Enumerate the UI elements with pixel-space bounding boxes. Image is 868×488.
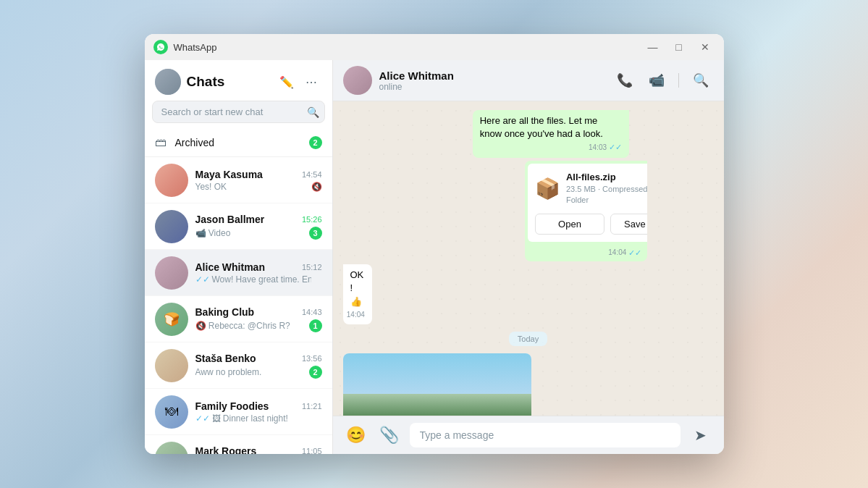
- chat-info-jason: Jason Ballmer 15:26 📹 Video 3: [195, 214, 322, 240]
- file-bubble: 📦 All-files.zip 23.5 MB · Compressed (zi…: [528, 164, 647, 242]
- chat-item-maya[interactable]: Maya Kasuma 14:54 Yes! OK 🔇: [145, 157, 332, 203]
- open-file-button[interactable]: Open: [535, 214, 604, 235]
- chat-item-jason[interactable]: Jason Ballmer 15:26 📹 Video 3: [145, 203, 332, 250]
- chat-panel: Alice Whitman online 📞 📹 🔍: [333, 60, 724, 454]
- message-tick-1: ✓✓: [609, 142, 622, 153]
- chat-header-info: Alice Whitman online: [379, 70, 604, 92]
- app-body: Chats ✏️ ⋯ 🔍 🗃 Archived 2: [145, 60, 724, 454]
- message-input[interactable]: [410, 423, 681, 447]
- emoji-button[interactable]: 😊: [343, 422, 369, 448]
- file-info: All-files.zip 23.5 MB · Compressed (zipp…: [566, 171, 647, 206]
- avatar-maya: [155, 164, 188, 197]
- new-chat-button[interactable]: ✏️: [276, 71, 298, 93]
- avatar-jason: [155, 210, 188, 243]
- save-as-button[interactable]: Save as...: [610, 214, 647, 235]
- archived-badge: 2: [309, 136, 322, 149]
- chat-info-stasa: Staša Benko 13:56 Aww no problem. 2: [195, 353, 322, 379]
- chat-preview-family: ✓✓ 🖼 Dinner last night!: [195, 413, 288, 424]
- menu-button[interactable]: ⋯: [300, 71, 322, 93]
- file-time: 14:04: [608, 248, 626, 258]
- unread-badge-stasa: 2: [309, 366, 322, 379]
- sidebar: Chats ✏️ ⋯ 🔍 🗃 Archived 2: [145, 60, 333, 454]
- message-time-1: 14:03: [589, 143, 607, 153]
- chat-header-avatar[interactable]: [343, 66, 372, 95]
- chat-time-alice: 15:12: [302, 263, 322, 272]
- chat-preview-baking: 🔇 Rebecca: @Chris R?: [195, 321, 290, 331]
- video-icon: 📹: [649, 72, 665, 88]
- file-bubble-wrapper: 📦 All-files.zip 23.5 MB · Compressed (zi…: [525, 161, 647, 261]
- avatar-stasa: [155, 349, 188, 382]
- message-out-1: Here are all the files. Let me know once…: [473, 110, 714, 158]
- message-time-ok: 14:04: [347, 310, 365, 320]
- search-box: 🔍: [152, 101, 325, 123]
- chat-item-baking[interactable]: 🍞 Baking Club 14:43 🔇 Rebecca: @Chris R?…: [145, 296, 332, 342]
- tick-alice: ✓✓: [195, 274, 210, 285]
- message-bubble-1: Here are all the files. Let me know once…: [473, 110, 629, 158]
- message-meta-1: 14:03 ✓✓: [480, 142, 622, 153]
- titlebar-title: WhatsApp: [174, 42, 643, 53]
- close-button[interactable]: ✕: [695, 40, 715, 54]
- chat-item-mark[interactable]: Mark Rogers 11:05 Nope. I can't go unfor…: [145, 435, 332, 454]
- search-chat-button[interactable]: 🔍: [688, 67, 714, 93]
- message-file-out: 📦 All-files.zip 23.5 MB · Compressed (zi…: [525, 161, 714, 261]
- minimize-button[interactable]: —: [643, 40, 663, 54]
- chat-list: Maya Kasuma 14:54 Yes! OK 🔇 Ja: [145, 157, 332, 454]
- voice-call-button[interactable]: 📞: [612, 67, 638, 93]
- chat-name-maya: Maya Kasuma: [195, 169, 263, 180]
- chat-name-alice: Alice Whitman: [195, 261, 265, 273]
- unread-badge-jason: 3: [309, 227, 322, 240]
- archived-label: Archived: [175, 137, 309, 148]
- avatar-family: 🍽: [155, 395, 188, 429]
- my-avatar[interactable]: [155, 69, 181, 95]
- chat-preview-maya: Yes! OK: [195, 182, 227, 192]
- send-button[interactable]: ➤: [688, 422, 714, 448]
- titlebar: WhatsApp — □ ✕: [145, 34, 724, 60]
- avatar-alice: [155, 256, 188, 290]
- photo-bubble: So beautiful here! 15:06: [343, 353, 531, 416]
- tick-family: ✓✓: [195, 413, 210, 424]
- chat-name-mark: Mark Rogers: [195, 445, 257, 455]
- emoji-icon: 😊: [346, 426, 366, 445]
- chat-name-family: Family Foodies: [195, 400, 269, 412]
- send-icon: ➤: [694, 426, 707, 444]
- chat-name-jason: Jason Ballmer: [195, 214, 265, 225]
- chat-name-baking: Baking Club: [195, 306, 255, 318]
- more-options-icon: ⋯: [306, 75, 317, 89]
- chat-item-alice[interactable]: Alice Whitman 15:12 ✓✓ Wow! Have great t…: [145, 250, 332, 296]
- unread-badge-baking: 1: [309, 319, 322, 332]
- file-icon-area: 📦 All-files.zip 23.5 MB · Compressed (zi…: [535, 171, 647, 206]
- sidebar-header: Chats ✏️ ⋯: [145, 60, 332, 101]
- message-meta-ok: 14:04: [350, 310, 365, 320]
- chat-item-stasa[interactable]: Staša Benko 13:56 Aww no problem. 2: [145, 342, 332, 389]
- attach-button[interactable]: 📎: [376, 422, 403, 448]
- file-name: All-files.zip: [566, 171, 647, 184]
- chat-time-jason: 15:26: [302, 215, 322, 224]
- window-controls: — □ ✕: [643, 40, 715, 54]
- app-logo: [153, 40, 168, 54]
- chat-info-baking: Baking Club 14:43 🔇 Rebecca: @Chris R? 1: [195, 306, 322, 332]
- zip-file-icon: 📦: [535, 174, 560, 203]
- chat-time-baking: 14:43: [302, 308, 322, 316]
- file-tick: ✓✓: [628, 248, 641, 258]
- search-in-chat-icon: 🔍: [693, 72, 709, 88]
- chat-input-area: 😊 📎 ➤: [333, 416, 724, 454]
- avatar-baking: 🍞: [155, 303, 188, 336]
- sidebar-title: Chats: [187, 74, 270, 90]
- chat-item-family[interactable]: 🍽 Family Foodies 11:21 ✓✓ 🖼 Dinner last …: [145, 389, 332, 435]
- message-photo: So beautiful here! 15:06 ❤️: [343, 353, 531, 416]
- chat-contact-status: online: [379, 82, 604, 92]
- search-input[interactable]: [152, 101, 325, 123]
- chat-preview-alice: ✓✓ Wow! Have great time. Enjoy.: [195, 274, 311, 285]
- message-in-ok: OK! 👍 14:04: [343, 264, 388, 324]
- date-divider: Today: [509, 332, 547, 346]
- chat-header: Alice Whitman online 📞 📹 🔍: [333, 60, 724, 101]
- message-bubble-ok: OK! 👍 14:04: [343, 264, 372, 324]
- video-call-button[interactable]: 📹: [644, 67, 670, 93]
- message-text-1: Here are all the files. Let me know once…: [480, 115, 603, 139]
- chat-time-family: 11:21: [302, 402, 322, 411]
- archived-row[interactable]: 🗃 Archived 2: [145, 129, 332, 157]
- file-actions: Open Save as...: [535, 214, 647, 235]
- search-button[interactable]: 🔍: [307, 106, 319, 118]
- paperclip-icon: 📎: [379, 426, 399, 445]
- maximize-button[interactable]: □: [669, 40, 689, 54]
